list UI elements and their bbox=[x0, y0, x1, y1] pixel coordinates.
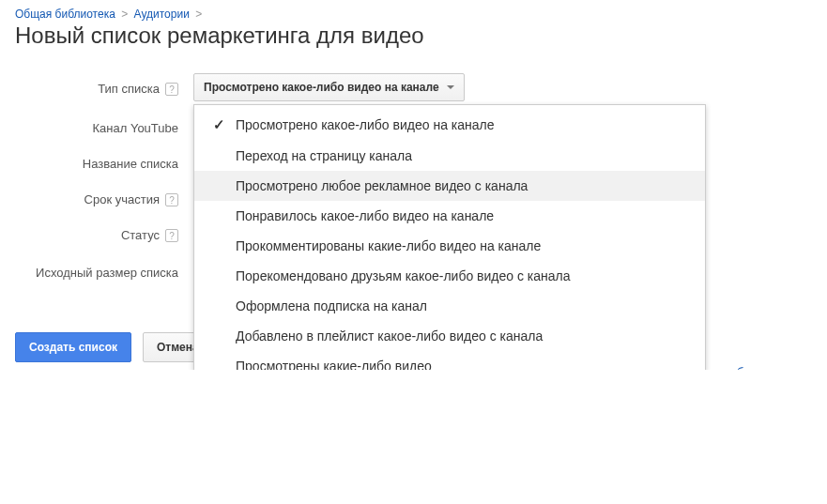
list-type-dropdown[interactable]: Просмотрено какое-либо видео на канале bbox=[193, 73, 465, 101]
breadcrumb-audiences-link[interactable]: Аудитории bbox=[134, 8, 190, 21]
form-area: Тип списка ? Просмотрено какое-либо виде… bbox=[15, 73, 812, 282]
dropdown-option-label: Понравилось какое-либо видео на канале bbox=[236, 208, 494, 223]
dropdown-option-label: Просмотрены какие-либо видео bbox=[236, 359, 432, 370]
dropdown-option[interactable]: Добавлено в плейлист какое-либо видео с … bbox=[194, 321, 705, 351]
dropdown-option-label: Прокомментированы какие-либо видео на ка… bbox=[236, 238, 541, 253]
label-status: Статус bbox=[121, 227, 160, 244]
chevron-down-icon bbox=[447, 85, 454, 89]
label-initial-size: Исходный размер списка bbox=[36, 265, 178, 282]
breadcrumb-sep: > bbox=[121, 8, 128, 21]
help-icon[interactable]: ? bbox=[165, 83, 178, 96]
dropdown-menu: ✓Просмотрено какое-либо видео на каналеП… bbox=[193, 104, 706, 370]
dropdown-option-label: Порекомендовано друзьям какое-либо видео… bbox=[236, 268, 571, 283]
dropdown-option[interactable]: Переход на страницу канала bbox=[194, 141, 705, 171]
dropdown-option-label: Просмотрено любое рекламное видео с кана… bbox=[236, 178, 528, 193]
checkmark-icon: ✓ bbox=[213, 116, 236, 133]
label-list-type: Тип списка bbox=[98, 81, 160, 98]
help-icon[interactable]: ? bbox=[165, 229, 178, 242]
dropdown-option[interactable]: Порекомендовано друзьям какое-либо видео… bbox=[194, 261, 705, 291]
dropdown-option-label: Просмотрено какое-либо видео на канале bbox=[236, 117, 495, 132]
dropdown-option-label: Оформлена подписка на канал bbox=[236, 298, 427, 313]
label-youtube-channel: Канал YouTube bbox=[93, 120, 179, 137]
help-icon[interactable]: ? bbox=[165, 193, 178, 206]
create-list-button[interactable]: Создать список bbox=[15, 332, 131, 362]
dropdown-option[interactable]: Просмотрено любое рекламное видео с кана… bbox=[194, 171, 705, 201]
dropdown-option-label: Переход на страницу канала bbox=[236, 148, 412, 163]
dropdown-option[interactable]: Просмотрены какие-либо видео bbox=[194, 351, 705, 370]
dropdown-option[interactable]: Понравилось какое-либо видео на канале bbox=[194, 201, 705, 231]
learn-more-link[interactable]: одробнее… bbox=[710, 365, 776, 370]
label-list-name: Название списка bbox=[83, 156, 178, 173]
dropdown-selected-label: Просмотрено какое-либо видео на канале bbox=[204, 81, 439, 94]
dropdown-option[interactable]: Оформлена подписка на канал bbox=[194, 291, 705, 321]
dropdown-option-label: Добавлено в плейлист какое-либо видео с … bbox=[236, 328, 543, 344]
dropdown-option[interactable]: Прокомментированы какие-либо видео на ка… bbox=[194, 231, 705, 261]
dropdown-option[interactable]: ✓Просмотрено какое-либо видео на канале bbox=[194, 109, 705, 141]
breadcrumb-sep: > bbox=[195, 8, 202, 21]
row-list-type: Тип списка ? Просмотрено какое-либо виде… bbox=[15, 73, 812, 101]
page-title: Новый список ремаркетинга для видео bbox=[15, 23, 812, 49]
breadcrumb-library-link[interactable]: Общая библиотека bbox=[15, 8, 115, 21]
breadcrumb: Общая библиотека > Аудитории > bbox=[15, 8, 812, 21]
label-membership: Срок участия bbox=[84, 191, 160, 208]
